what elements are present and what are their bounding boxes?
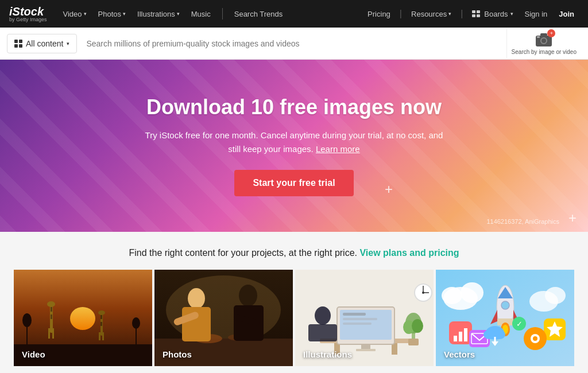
chevron-down-icon: ▾ (67, 41, 69, 46)
svg-point-29 (188, 288, 205, 309)
category-card-video[interactable]: Video (14, 270, 152, 366)
svg-point-15 (98, 310, 105, 315)
nav-divider (222, 8, 223, 20)
svg-rect-42 (343, 318, 377, 320)
main-nav: iStock by Getty Images Video ▾ Photos ▾ … (0, 0, 588, 28)
svg-text:✓: ✓ (516, 320, 523, 328)
svg-point-59 (461, 282, 483, 303)
sign-in-button[interactable]: Sign in (520, 7, 552, 21)
svg-point-31 (239, 285, 257, 306)
svg-point-23 (132, 317, 140, 329)
hero-subtitle: Try iStock free for one month. Cancel an… (145, 129, 443, 156)
svg-rect-73 (459, 332, 462, 341)
notification-badge: + (547, 29, 555, 37)
svg-point-21 (22, 313, 32, 327)
hero-plus-icon-1: + (385, 181, 393, 197)
chevron-down-icon: ▾ (123, 11, 126, 17)
svg-point-6 (70, 307, 95, 330)
svg-rect-12 (48, 328, 50, 339)
logo-name: iStock (9, 6, 47, 17)
nav-links: Video ▾ Photos ▾ Illustrations ▾ Music S… (59, 7, 363, 21)
svg-point-66 (501, 301, 509, 309)
category-card-photos[interactable]: Photos (154, 270, 293, 366)
content-filter-label: All content (26, 39, 63, 48)
brand-logo[interactable]: iStock by Getty Images (9, 6, 47, 22)
search-by-image-button[interactable]: + Search by image or video (506, 29, 581, 58)
category-card-vectors[interactable]: ✓ Vectors (436, 270, 574, 366)
svg-rect-45 (356, 349, 376, 351)
svg-rect-17 (100, 322, 102, 326)
category-card-illustrations[interactable]: Illustrations (295, 270, 434, 366)
chevron-down-icon: ▾ (177, 11, 180, 17)
nav-search-trends[interactable]: Search Trends (230, 7, 288, 21)
logo-sub: by Getty Images (9, 17, 47, 22)
svg-rect-43 (343, 323, 372, 325)
category-label-video: Video (22, 349, 45, 359)
view-plans-link[interactable]: View plans and pricing (359, 248, 459, 258)
svg-rect-13 (52, 328, 54, 339)
search-input-wrap (82, 34, 501, 53)
svg-point-60 (442, 287, 462, 304)
svg-rect-50 (408, 339, 419, 345)
svg-rect-74 (464, 328, 467, 341)
svg-point-51 (315, 306, 331, 325)
image-search-label: Search by image or video (512, 49, 577, 56)
chevron-down-icon: ▾ (448, 11, 451, 17)
svg-rect-4 (537, 36, 540, 38)
section-tagline: Find the right content for your projects… (14, 248, 574, 258)
category-label-vectors: Vectors (444, 349, 475, 359)
chevron-down-icon: ▾ (510, 11, 513, 17)
svg-point-62 (545, 287, 566, 304)
category-label-illustrations: Illustrations (303, 349, 352, 359)
svg-point-9 (47, 301, 55, 307)
svg-rect-10 (51, 307, 52, 312)
category-label-photos: Photos (163, 349, 192, 359)
category-grid: Video (14, 270, 574, 366)
nav-pricing[interactable]: Pricing (363, 7, 395, 21)
svg-rect-3 (540, 33, 547, 36)
svg-rect-52 (308, 324, 337, 341)
hero-banner: Download 10 free images now Try iStock f… (0, 60, 588, 232)
svg-point-2 (541, 38, 546, 43)
nav-video[interactable]: Video ▾ (59, 7, 91, 21)
join-button[interactable]: Join (554, 7, 579, 21)
content-filter-dropdown[interactable]: All content ▾ (7, 34, 77, 53)
svg-rect-18 (99, 332, 100, 340)
nav-boards[interactable]: Boards ▾ (467, 7, 517, 21)
svg-rect-41 (343, 313, 366, 316)
nav-illustrations[interactable]: Illustrations ▾ (133, 7, 184, 21)
search-input[interactable] (82, 34, 501, 53)
svg-rect-19 (102, 332, 104, 340)
camera-icon: + (535, 32, 553, 48)
start-trial-button[interactable]: Start your free trial (234, 170, 353, 196)
hero-plus-icon-2: + (568, 210, 577, 226)
hero-credit: 1146216372, AniGraphics (486, 218, 559, 225)
svg-rect-72 (454, 336, 457, 341)
nav-resources[interactable]: Resources ▾ (407, 7, 456, 21)
learn-more-link[interactable]: Learn more (316, 144, 360, 154)
nav-photos[interactable]: Photos ▾ (94, 7, 130, 21)
svg-rect-38 (392, 343, 397, 355)
grid-icon (14, 40, 22, 48)
svg-rect-11 (51, 314, 52, 319)
boards-icon (472, 10, 480, 17)
chevron-down-icon: ▾ (84, 11, 87, 17)
svg-point-83 (483, 330, 495, 339)
main-section: Find the right content for your projects… (0, 232, 588, 366)
svg-point-49 (412, 319, 423, 333)
hero-title: Download 10 free images now (146, 95, 442, 119)
search-bar: All content ▾ + Search by image or video (0, 28, 588, 60)
svg-point-81 (533, 336, 537, 341)
svg-rect-44 (361, 344, 370, 349)
nav-music[interactable]: Music (187, 7, 215, 21)
svg-rect-16 (100, 315, 102, 319)
nav-right: Pricing | Resources ▾ | Boards ▾ Sign in… (363, 7, 579, 21)
